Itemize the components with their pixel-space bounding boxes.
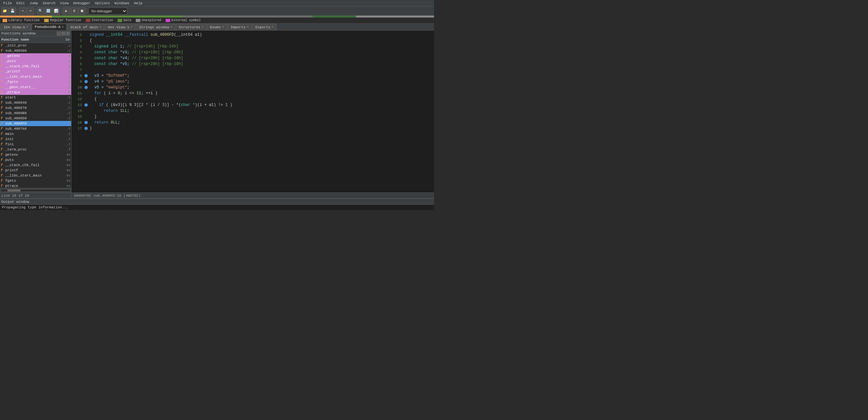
menu-item-file[interactable]: File <box>1 0 13 6</box>
function-addr: .p <box>61 54 70 58</box>
pause-btn[interactable]: ⏸ <box>70 7 78 14</box>
functions-scrollbar-h[interactable] <box>0 188 71 192</box>
function-list-item[interactable]: fsub_4006B0.t <box>0 111 71 116</box>
code-line[interactable]: 17} <box>71 125 434 131</box>
back-btn[interactable]: ⬅ <box>19 7 26 14</box>
tab-exports[interactable]: Exports× <box>252 24 276 30</box>
debugger-dropdown[interactable]: No debugger <box>88 7 127 14</box>
code-line[interactable]: 3 signed int i; // [rsp+14h] [rbp-24h] <box>71 43 434 50</box>
code-token-op: )] - *( <box>164 103 181 107</box>
names-btn[interactable]: 🔠 <box>45 7 52 14</box>
tab-ida-view-a[interactable]: IDA View-A× <box>1 24 31 30</box>
code-content: v3 = "Dufhbmf"; <box>90 73 433 78</box>
tab-strings-window[interactable]: Strings window× <box>136 24 175 30</box>
code-line[interactable]: 2{ <box>71 38 434 43</box>
tab-structures[interactable]: Structures× <box>176 24 207 30</box>
menu-item-options[interactable]: Options <box>93 0 112 6</box>
indicator-bar <box>0 16 434 18</box>
tab-stack-of-main[interactable]: Stack of main× <box>67 24 104 30</box>
tab-close-btn[interactable]: × <box>170 25 173 29</box>
function-list-item[interactable]: fsub_400640.t <box>0 100 71 105</box>
code-line[interactable]: 5 const char *v4; // [rsp+20h] [rbp-18h] <box>71 55 434 61</box>
tab-close-btn[interactable]: × <box>247 25 249 29</box>
graph-btn[interactable]: 📊 <box>53 7 60 14</box>
function-list-item[interactable]: fmain.t <box>0 131 71 137</box>
function-list-item[interactable]: fputsex <box>0 157 71 162</box>
functions-close-btn[interactable]: ✕ <box>66 32 70 35</box>
function-addr: .t <box>61 112 70 115</box>
code-line[interactable]: 14 return 1LL; <box>71 108 434 114</box>
tab-close-btn[interactable]: × <box>131 25 132 29</box>
code-line[interactable]: 6 const char *v5; // [rsp+28h] [rbp-10h] <box>71 61 434 67</box>
code-line[interactable]: 13 if ( (&v3)[i % 3][2 * (i / 3)] - *(ch… <box>71 102 434 108</box>
tab-close-btn[interactable]: × <box>222 25 224 29</box>
function-list-item[interactable]: f__stack_chk_failex <box>0 162 71 168</box>
menu-item-edit[interactable]: Edit <box>14 0 27 6</box>
code-line[interactable]: 12 { <box>71 96 434 102</box>
code-line[interactable]: 7 <box>71 67 434 73</box>
functions-restore-btn[interactable]: □ <box>61 32 65 35</box>
function-list-item[interactable]: fsub_4006FD.t <box>0 121 71 126</box>
function-list-item[interactable]: finit.t <box>0 137 71 142</box>
function-list-item[interactable]: fsub_400580.i <box>0 48 71 53</box>
function-list-item[interactable]: f__libc_start_mainex <box>0 173 71 178</box>
menu-item-debugger[interactable]: Debugger <box>71 0 92 6</box>
function-list-item[interactable]: f_ptrace.p <box>0 90 71 95</box>
function-list-item[interactable]: f_term_proc.f <box>0 147 71 152</box>
function-list-item[interactable]: fsub_400670.t <box>0 105 71 111</box>
menu-item-view[interactable]: View <box>58 0 70 6</box>
menu-item-jump[interactable]: Jump <box>28 0 40 6</box>
function-list-item[interactable]: f_puts.p <box>0 59 71 64</box>
tab-pseudocode-a[interactable]: Pseudocode-A× <box>32 24 67 30</box>
function-list-item[interactable]: f_init_proc.i <box>0 43 71 48</box>
functions-minimize-btn[interactable]: _ <box>57 32 61 35</box>
menu-item-help[interactable]: Help <box>132 0 144 6</box>
code-line[interactable]: 10 v5 = "ewUglpt"; <box>71 85 434 90</box>
code-token-cmt: // [rsp+18h] [rbp-20h] <box>132 50 183 55</box>
line-number: 13 <box>73 103 82 107</box>
function-list-item[interactable]: fsub_4007A8.t <box>0 126 71 131</box>
tab-imports[interactable]: Imports× <box>228 24 252 30</box>
code-area[interactable]: 1signed __int64 __fastcall sub_4006FD(__… <box>71 31 434 192</box>
function-list-item[interactable]: fgetenvex <box>0 152 71 157</box>
function-list-item[interactable]: ffgetsex <box>0 178 71 183</box>
tab-close-btn[interactable]: × <box>202 25 204 29</box>
functions-list[interactable]: f_init_proc.ifsub_400580.if_getenv.pf_pu… <box>0 43 71 188</box>
function-list-item[interactable]: fptraceex <box>0 183 71 188</box>
tab-hex-view-1[interactable]: Hex View-1× <box>105 24 135 30</box>
tab-close-btn[interactable]: × <box>99 25 101 29</box>
stop-btn[interactable]: ⏹ <box>78 7 86 14</box>
function-list-item[interactable]: fsub_4006D0.t <box>0 116 71 121</box>
function-list-item[interactable]: f_getenv.p <box>0 53 71 59</box>
save-btn[interactable]: 💾 <box>9 7 16 14</box>
code-line[interactable]: 15 } <box>71 114 434 120</box>
function-list-item[interactable]: fstart.t <box>0 95 71 100</box>
function-list-item[interactable]: f_printf.p <box>0 69 71 74</box>
code-line[interactable]: 1signed __int64 __fastcall sub_4006FD(__… <box>71 32 434 38</box>
function-list-item[interactable]: f__stack_chk_fail.p <box>0 64 71 69</box>
code-line[interactable]: 9 v4 = "pG`imos"; <box>71 79 434 85</box>
code-content: if ( (&v3)[i % 3][2 * (i / 3)] - *(char … <box>90 103 433 107</box>
forward-btn[interactable]: ➡ <box>27 7 34 14</box>
code-line[interactable]: 11 for ( i = 0; i <= 11; ++i ) <box>71 90 434 96</box>
open-btn[interactable]: 📁 <box>1 7 8 14</box>
output-content[interactable]: Propagating type information...Function … <box>0 205 434 210</box>
find-btn[interactable]: 🔍 <box>37 7 44 14</box>
code-line[interactable]: 16 return 0LL; <box>71 120 434 125</box>
tab-enums[interactable]: Enums× <box>207 24 227 30</box>
tab-close-btn[interactable]: × <box>272 25 274 29</box>
function-name: __gmon_start__ <box>5 85 61 89</box>
function-list-item[interactable]: ffini.t <box>0 142 71 147</box>
function-list-item[interactable]: f__gmon_start__.p <box>0 85 71 90</box>
tab-close-btn[interactable]: × <box>26 25 28 29</box>
menu-item-windows[interactable]: Windows <box>113 0 131 6</box>
code-line[interactable]: 8 v3 = "Dufhbmf"; <box>71 73 434 79</box>
run-btn[interactable]: ▶ <box>63 7 70 14</box>
function-list-item[interactable]: f__libc_start_main.p <box>0 74 71 79</box>
code-token-var: *v5; <box>118 62 131 66</box>
function-list-item[interactable]: fprintfex <box>0 168 71 173</box>
menu-item-search[interactable]: Search <box>41 0 58 6</box>
code-line[interactable]: 4 const char *v3; // [rsp+18h] [rbp-20h] <box>71 50 434 55</box>
function-list-item[interactable]: f_fgets.p <box>0 79 71 85</box>
tab-close-btn[interactable]: × <box>62 25 64 29</box>
